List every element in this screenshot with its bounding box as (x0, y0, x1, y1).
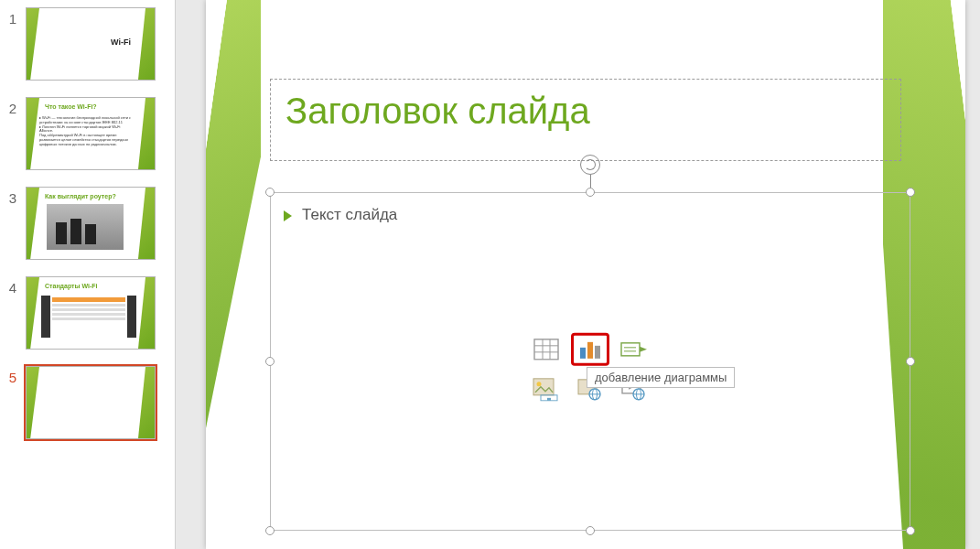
thumbnail-slide-1[interactable]: Wi-Fi (26, 7, 156, 81)
accent-shape (136, 8, 155, 80)
resize-handle[interactable] (906, 357, 915, 366)
tooltip: добавление диаграммы (587, 367, 735, 388)
svg-point-13 (537, 382, 542, 386)
thumbnail-row[interactable]: 5 (0, 366, 175, 439)
thumbnail-slide-5[interactable] (26, 366, 156, 439)
chart-icon (578, 339, 602, 361)
insert-chart-button[interactable] (571, 333, 609, 366)
insert-table-button[interactable] (527, 333, 565, 366)
svg-rect-0 (534, 339, 558, 360)
rotate-connector (590, 175, 591, 188)
accent-shape (136, 367, 155, 438)
thumbnail-number: 4 (0, 276, 26, 296)
thumbnail-body: ▸ Wi-Fi — технология беспроводной локаль… (39, 116, 135, 164)
accent-shape (27, 277, 39, 349)
thumbnail-row[interactable]: 2 Что такое Wi-Fi? ▸ Wi-Fi — технология … (0, 97, 175, 170)
resize-handle[interactable] (906, 526, 915, 535)
rotate-handle-icon[interactable] (580, 155, 600, 175)
thumbnail-title: Что такое Wi-Fi? (45, 103, 135, 110)
slide-canvas[interactable]: Заголовок слайда Текст слайда (206, 0, 965, 549)
thumbnail-slide-2[interactable]: Что такое Wi-Fi? ▸ Wi-Fi — технология бе… (26, 97, 156, 170)
slide-accent-left (206, 0, 261, 549)
accent-shape (136, 98, 155, 169)
thumbnail-number: 2 (0, 97, 26, 116)
thumbnail-title: Wi-Fi (45, 38, 131, 47)
svg-marker-11 (640, 347, 647, 352)
resize-handle[interactable] (586, 188, 595, 197)
svg-rect-15 (547, 398, 551, 401)
accent-shape (27, 98, 39, 169)
thumbnail-slide-3[interactable]: Как выглядит роутер? (26, 187, 156, 260)
resize-handle[interactable] (586, 526, 595, 535)
svg-rect-8 (621, 343, 640, 356)
slide-workspace[interactable]: Заголовок слайда Текст слайда (176, 0, 980, 549)
resize-handle[interactable] (906, 188, 915, 197)
accent-shape (27, 8, 39, 80)
table-icon (533, 339, 559, 361)
svg-rect-7 (595, 346, 600, 359)
smartart-icon (620, 339, 648, 360)
svg-rect-12 (533, 379, 554, 395)
content-placeholder-text[interactable]: Текст слайда (302, 206, 397, 224)
accent-shape (136, 277, 155, 349)
thumbnail-title: Как выглядит роутер? (45, 193, 135, 199)
thumbnail-image (41, 296, 136, 338)
slide-thumbnails-panel[interactable]: 1 Wi-Fi 2 Что такое Wi-Fi? ▸ Wi-Fi — тех… (0, 0, 176, 549)
accent-shape (27, 367, 39, 438)
resize-handle[interactable] (265, 188, 275, 197)
pictures-icon (533, 378, 560, 402)
insert-pictures-button[interactable] (527, 373, 565, 406)
thumbnail-row[interactable]: 1 Wi-Fi (0, 7, 175, 81)
svg-rect-5 (580, 348, 586, 359)
title-placeholder-text[interactable]: Заголовок слайда (285, 91, 886, 132)
thumbnail-row[interactable]: 4 Стандарты Wi-Fi (0, 276, 175, 350)
thumbnail-number: 3 (0, 187, 26, 206)
svg-rect-6 (587, 342, 593, 359)
app-root: 1 Wi-Fi 2 Что такое Wi-Fi? ▸ Wi-Fi — тех… (0, 0, 980, 549)
insert-smartart-button[interactable] (615, 333, 653, 366)
resize-handle[interactable] (265, 357, 275, 366)
thumbnail-row[interactable]: 3 Как выглядит роутер? (0, 187, 175, 260)
title-placeholder[interactable]: Заголовок слайда (270, 79, 901, 161)
thumbnail-image (47, 204, 124, 250)
thumbnail-number: 5 (0, 366, 26, 385)
thumbnail-number: 1 (0, 7, 26, 27)
thumbnail-title: Стандарты Wi-Fi (45, 283, 135, 289)
accent-shape (136, 188, 155, 259)
content-placeholder[interactable]: Текст слайда (270, 192, 910, 531)
thumbnail-slide-4[interactable]: Стандарты Wi-Fi (26, 276, 156, 350)
resize-handle[interactable] (265, 526, 275, 535)
accent-shape (27, 188, 39, 259)
bullet-icon (284, 210, 292, 221)
